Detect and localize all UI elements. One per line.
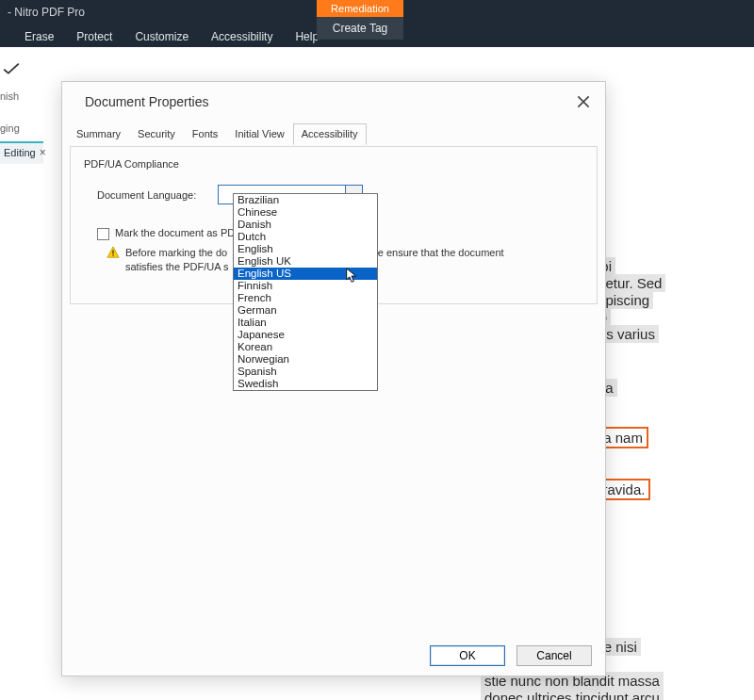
- option-french[interactable]: French: [234, 292, 377, 304]
- option-danish[interactable]: Danish: [234, 219, 377, 231]
- document-tab[interactable]: Editing ×: [0, 141, 43, 162]
- ribbon-icon: [0, 62, 28, 75]
- svg-rect-0: [112, 250, 113, 253]
- option-german[interactable]: German: [234, 304, 377, 317]
- dialog-body: Summary Security Fonts Initial View Acce…: [62, 123, 605, 304]
- remediation-tab[interactable]: Remediation Create Tag: [317, 0, 403, 40]
- warning-icon: [107, 246, 120, 259]
- ribbon-label-2: ging: [0, 122, 20, 134]
- option-chinese[interactable]: Chinese: [234, 206, 377, 219]
- checkmark-icon: [2, 62, 21, 75]
- option-dutch[interactable]: Dutch: [234, 231, 377, 243]
- ribbon-label-1: nish: [0, 90, 19, 102]
- dialog-buttons: OK Cancel: [430, 645, 592, 666]
- option-korean[interactable]: Korean: [234, 341, 377, 353]
- menu-items: Erase Protect Customize Accessibility He…: [0, 23, 330, 47]
- mark-document-checkbox[interactable]: [97, 228, 109, 240]
- tab-initial-view[interactable]: Initial View: [226, 123, 292, 145]
- option-japanese[interactable]: Japanese: [234, 329, 377, 341]
- document-tabbar: Editing ×: [0, 141, 43, 164]
- option-english-us[interactable]: English US: [234, 268, 377, 280]
- tab-summary[interactable]: Summary: [68, 123, 129, 145]
- cancel-button[interactable]: Cancel: [516, 645, 592, 666]
- accessibility-panel: PDF/UA Compliance Document Language: Mar…: [70, 146, 598, 304]
- ok-button[interactable]: OK: [430, 645, 505, 666]
- create-tag-label[interactable]: Create Tag: [317, 17, 403, 40]
- dialog-title-text: Document Properties: [85, 94, 209, 109]
- dialog-titlebar: Document Properties: [62, 82, 605, 118]
- tab-security[interactable]: Security: [129, 123, 184, 145]
- menu-accessibility[interactable]: Accessibility: [200, 26, 284, 47]
- option-norwegian[interactable]: Norwegian: [234, 353, 377, 366]
- menu-erase[interactable]: Erase: [13, 26, 65, 47]
- menu-protect[interactable]: Protect: [65, 26, 123, 47]
- option-brazilian[interactable]: Brazilian: [234, 194, 377, 206]
- close-icon[interactable]: [575, 93, 592, 110]
- dialog-tabs: Summary Security Fonts Initial View Acce…: [62, 123, 605, 146]
- language-dropdown[interactable]: Brazilian Chinese Danish Dutch English E…: [233, 193, 378, 391]
- close-icon[interactable]: ×: [40, 146, 46, 159]
- doc-frag: donec ultrices tincidunt arcu: [481, 689, 664, 700]
- option-spanish[interactable]: Spanish: [234, 366, 377, 378]
- option-swedish[interactable]: Swedish: [234, 378, 377, 390]
- option-english-uk[interactable]: English UK: [234, 255, 377, 268]
- language-label: Document Language:: [97, 189, 208, 201]
- tab-fonts[interactable]: Fonts: [184, 123, 227, 145]
- menu-customize[interactable]: Customize: [123, 26, 200, 47]
- option-italian[interactable]: Italian: [234, 317, 377, 329]
- tab-accessibility[interactable]: Accessibility: [293, 123, 367, 145]
- menubar: - Nitro PDF Pro Erase Protect Customize …: [0, 0, 754, 47]
- remediation-label: Remediation: [317, 0, 403, 17]
- mark-document-label: Mark the document as PDF: [115, 227, 241, 238]
- svg-rect-1: [112, 255, 113, 256]
- option-english[interactable]: English: [234, 243, 377, 255]
- panel-title: PDF/UA Compliance: [84, 158, 583, 179]
- document-properties-dialog: Document Properties Summary Security Fon…: [61, 81, 606, 676]
- document-tab-label: Editing: [4, 147, 36, 158]
- option-finnish[interactable]: Finnish: [234, 280, 377, 292]
